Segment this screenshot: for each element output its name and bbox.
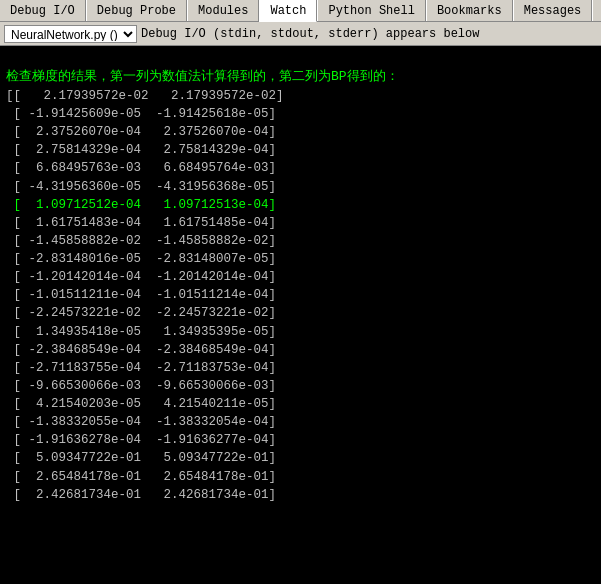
output-area[interactable]: 检查梯度的结果，第一列为数值法计算得到的，第二列为BP得到的： [[ 2.179… [0,46,601,584]
tab-os-commands[interactable]: OS Comman... [592,0,601,21]
tab-debug-probe[interactable]: Debug Probe [86,0,187,21]
tab-python-shell[interactable]: Python Shell [317,0,425,21]
tab-bar: Debug I/O Debug Probe Modules Watch Pyth… [0,0,601,22]
toolbar: NeuralNetwork.py () Debug I/O (stdin, st… [0,22,601,46]
tab-modules[interactable]: Modules [187,0,259,21]
file-select[interactable]: NeuralNetwork.py () [4,25,137,43]
tab-bookmarks[interactable]: Bookmarks [426,0,513,21]
tab-watch[interactable]: Watch [259,0,317,22]
tab-messages[interactable]: Messages [513,0,593,21]
tab-debug-io[interactable]: Debug I/O [0,0,86,21]
toolbar-description: Debug I/O (stdin, stdout, stderr) appear… [141,27,479,41]
